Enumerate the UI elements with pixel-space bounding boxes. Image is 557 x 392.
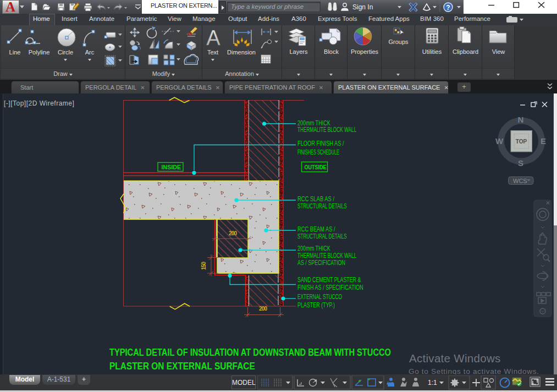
svg-text:PLASTER ON EXTERNAL SURFACE: PLASTER ON EXTERNAL SURFACE (109, 360, 255, 371)
svg-text:150: 150 (201, 262, 207, 270)
svg-text:1:1: 1:1 (428, 379, 437, 387)
svg-text:W: W (495, 136, 504, 146)
svg-text:A: A (5, 1, 15, 13)
svg-text:RCC BEAM AS /: RCC BEAM AS / (297, 225, 335, 233)
svg-text:PLASTER (TYP.): PLASTER (TYP.) (297, 301, 335, 308)
svg-text:TOP: TOP (516, 139, 527, 145)
svg-text:AS / SPECIFICATION: AS / SPECIFICATION (297, 259, 345, 267)
svg-text:?: ? (446, 4, 450, 12)
svg-text:Go to Settings to activate Win: Go to Settings to activate Windows. (409, 367, 539, 374)
svg-text:SAND CEMENT PLASTER &: SAND CEMENT PLASTER & (297, 275, 361, 283)
svg-text:A: A (206, 26, 220, 49)
svg-text:Sign In: Sign In (352, 3, 373, 11)
svg-text:Activate Windows: Activate Windows (409, 352, 501, 365)
svg-text:STRUCTURAL DETAILS: STRUCTURAL DETAILS (297, 233, 347, 240)
svg-text:[-][Top][2D Wireframe]: [-][Top][2D Wireframe] (4, 100, 74, 107)
svg-text:STRUCTURAL DETAILS: STRUCTURAL DETAILS (297, 202, 347, 210)
svg-text:RCC SLAB AS /: RCC SLAB AS / (297, 195, 334, 203)
svg-text:FINISH AS / SPECIFICATION: FINISH AS / SPECIFICATION (297, 283, 363, 291)
svg-text:WCS: WCS (513, 178, 527, 184)
svg-text:EXTERNAL STUCCO: EXTERNAL STUCCO (297, 293, 342, 301)
svg-text:E: E (541, 136, 546, 146)
svg-text:FINISHES SCHEDULE: FINISHES SCHEDULE (297, 148, 339, 156)
svg-text:N: N (518, 115, 524, 124)
svg-text:200: 200 (229, 230, 237, 236)
svg-text:FLOOR FINISH AS /: FLOOR FINISH AS / (297, 140, 344, 147)
svg-text:200mm THICK: 200mm THICK (297, 244, 330, 252)
svg-text:THERMALITE BLOCK WALL: THERMALITE BLOCK WALL (297, 251, 356, 259)
svg-text:S: S (518, 158, 523, 168)
svg-text:OUTSIDE: OUTSIDE (305, 163, 327, 170)
svg-text:THERMALITE BLOCK WALL: THERMALITE BLOCK WALL (297, 125, 356, 133)
svg-text:INSIDE: INSIDE (162, 163, 181, 170)
svg-text:TYPICAL DETAIL OF INSULATION A: TYPICAL DETAIL OF INSULATION AT DOWNSTAN… (109, 346, 391, 357)
svg-text:200: 200 (259, 306, 267, 312)
